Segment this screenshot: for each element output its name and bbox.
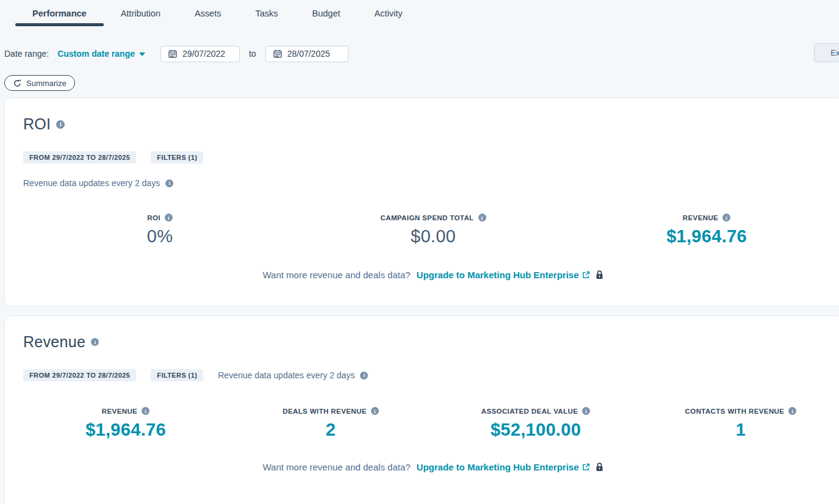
revenue-card: Revenue i FROM 29/7/2022 TO 28/7/2025 FI… [4,315,839,504]
date-range-preset-dropdown[interactable]: Custom date range [57,49,145,59]
upgrade-link[interactable]: Upgrade to Marketing Hub Enterprise [417,270,591,280]
tab-attribution[interactable]: Attribution [104,0,178,27]
date-range-badge: FROM 29/7/2022 TO 28/7/2025 [23,151,136,164]
lock-icon [596,270,603,279]
export-button[interactable]: Export [814,43,839,62]
info-icon[interactable]: i [371,407,379,415]
external-link-icon [582,463,590,471]
metric-value: 1 [638,420,839,440]
metric-label: REVENUE [102,408,137,415]
update-note-text: Revenue data updates every 2 days [218,370,355,380]
external-link-icon [582,271,590,279]
metric-value: 0% [23,226,297,247]
upsell-row: Want more revenue and deals data? Upgrad… [23,270,839,280]
end-date-value: 28/07/2025 [287,49,330,59]
metric-campaign-spend-total: CAMPAIGN SPEND TOTAL i $0.00 [297,214,570,247]
summarize-label: Summarize [26,79,67,88]
tab-label: Activity [375,9,403,18]
info-icon[interactable]: i [91,338,99,346]
tab-label: Tasks [255,9,278,18]
info-icon[interactable]: i [165,214,173,221]
tab-label: Performance [32,9,87,18]
metric-roi: ROI i 0% [23,214,297,247]
metric-deals-with-revenue: DEALS WITH REVENUE i 2 [228,407,433,440]
date-range-label: Date range: [4,49,49,59]
metric-label: CONTACTS WITH REVENUE [685,408,785,415]
upgrade-link-label: Upgrade to Marketing Hub Enterprise [417,270,579,280]
lock-icon [596,463,603,472]
metric-label: DEALS WITH REVENUE [283,408,367,415]
tab-activity[interactable]: Activity [358,0,420,27]
metric-associated-deal-value: ASSOCIATED DEAL VALUE i $52,100.00 [433,407,638,440]
upgrade-link-label: Upgrade to Marketing Hub Enterprise [417,462,579,472]
metric-value: $0.00 [297,226,570,247]
info-icon[interactable]: i [788,407,796,415]
filters-badge[interactable]: FILTERS (1) [151,151,203,164]
update-note-text: Revenue data updates every 2 days [23,178,160,188]
metric-value: $52,100.00 [433,420,638,440]
calendar-icon [273,49,282,58]
filter-bar: Date range: Custom date range 29/07/2022… [4,45,348,62]
metric-revenue: REVENUE i $1,964.76 [570,214,839,247]
roi-card: ROI i FROM 29/7/2022 TO 28/7/2025 FILTER… [4,98,839,306]
info-icon[interactable]: i [478,214,486,221]
info-icon[interactable]: i [142,407,149,415]
metric-value: $1,964.76 [570,226,839,247]
info-icon[interactable]: i [582,407,590,415]
metric-value: 2 [228,420,433,440]
metric-contacts-with-revenue: CONTACTS WITH REVENUE i 1 [638,407,839,440]
tab-label: Attribution [121,9,160,18]
metric-value: $1,964.76 [23,420,228,440]
upsell-row: Want more revenue and deals data? Upgrad… [23,462,839,472]
chevron-down-icon [139,52,145,56]
upsell-text: Want more revenue and deals data? [263,270,411,280]
upsell-text: Want more revenue and deals data? [263,462,411,472]
tab-label: Assets [195,9,221,18]
info-icon[interactable]: i [360,372,368,380]
roi-card-title: ROI [23,115,51,133]
metric-label: REVENUE [683,214,718,221]
date-range-badge: FROM 29/7/2022 TO 28/7/2025 [23,369,136,381]
upgrade-link[interactable]: Upgrade to Marketing Hub Enterprise [417,462,591,472]
tab-label: Budget [312,9,340,18]
revenue-metrics-row: REVENUE i $1,964.76 DEALS WITH REVENUE i… [23,407,839,440]
calendar-icon [168,49,177,58]
end-date-input[interactable]: 28/07/2025 [265,46,348,62]
metric-revenue: REVENUE i $1,964.76 [23,407,228,440]
info-icon[interactable]: i [722,214,730,221]
start-date-input[interactable]: 29/07/2022 [160,46,240,62]
metric-label: ASSOCIATED DEAL VALUE [481,408,578,415]
tab-bar: Performance Attribution Assets Tasks Bud… [15,0,419,27]
tab-assets[interactable]: Assets [178,0,239,27]
tab-budget[interactable]: Budget [295,0,358,27]
date-range-preset-value: Custom date range [57,49,135,59]
tab-performance[interactable]: Performance [15,0,104,27]
info-icon[interactable]: i [165,179,173,187]
filters-badge[interactable]: FILTERS (1) [151,369,203,381]
revenue-card-title: Revenue [23,333,85,351]
summarize-button[interactable]: Summarize [4,75,75,91]
info-icon[interactable]: i [56,120,65,129]
tab-tasks[interactable]: Tasks [238,0,295,27]
roi-metrics-row: ROI i 0% CAMPAIGN SPEND TOTAL i $0.00 RE… [23,214,839,247]
start-date-value: 29/07/2022 [182,49,225,59]
refresh-sparkle-icon [13,79,22,88]
to-label: to [249,49,256,59]
metric-label: CAMPAIGN SPEND TOTAL [380,214,474,221]
metric-label: ROI [147,214,160,221]
